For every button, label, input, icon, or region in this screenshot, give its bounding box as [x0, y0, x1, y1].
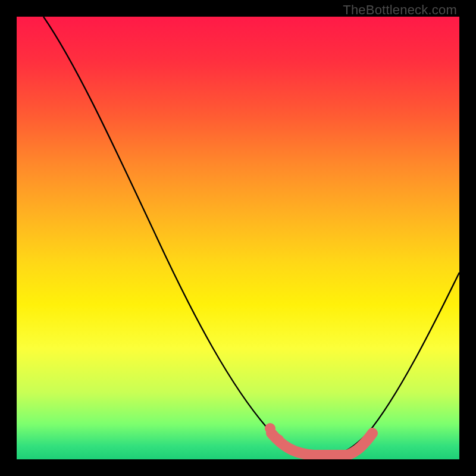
chart-svg — [17, 17, 459, 459]
highlight-dot-upper — [265, 423, 275, 434]
chart-plot-area — [17, 17, 459, 459]
chart-frame: TheBottleneck.com — [0, 0, 476, 476]
watermark-text: TheBottleneck.com — [343, 2, 457, 18]
bottleneck-curve — [43, 17, 459, 456]
highlight-dot-lower — [273, 434, 284, 445]
highlight-band — [271, 433, 372, 455]
